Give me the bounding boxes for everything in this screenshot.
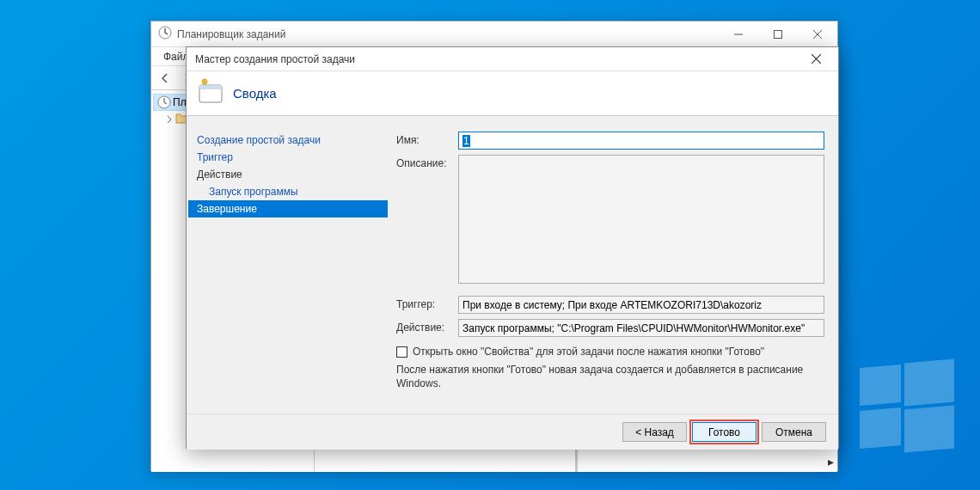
main-titlebar[interactable]: Планировщик заданий bbox=[151, 21, 837, 47]
open-properties-checkbox[interactable] bbox=[396, 346, 407, 358]
wizard-step-icon bbox=[197, 78, 224, 108]
wizard-title: Мастер создания простой задачи bbox=[195, 53, 799, 65]
wizard-footer: < Назад Готово Отмена bbox=[187, 413, 838, 450]
step-finish[interactable]: Завершение bbox=[188, 200, 388, 217]
step-start-program[interactable]: Запуск программы bbox=[188, 183, 388, 200]
main-window-title: Планировщик заданий bbox=[177, 28, 719, 40]
name-input-value: 1 bbox=[462, 135, 470, 147]
wizard-titlebar[interactable]: Мастер создания простой задачи bbox=[187, 47, 838, 71]
name-label: Имя: bbox=[396, 132, 458, 146]
back-button[interactable]: < Назад bbox=[622, 422, 687, 442]
step-trigger[interactable]: Триггер bbox=[188, 149, 388, 166]
action-value bbox=[458, 319, 824, 337]
task-scheduler-icon bbox=[157, 95, 171, 109]
trigger-value bbox=[458, 296, 824, 314]
expand-arrow-icon[interactable]: ▸ bbox=[828, 455, 834, 469]
step-create-task[interactable]: Создание простой задачи bbox=[188, 132, 388, 149]
open-properties-label: Открыть окно "Свойства" для этой задачи … bbox=[413, 346, 764, 358]
wizard-step-list: Создание простой задачи Триггер Действие… bbox=[187, 116, 389, 413]
chevron-right-icon bbox=[165, 114, 174, 123]
description-label: Описание: bbox=[396, 155, 458, 169]
trigger-label: Триггер: bbox=[396, 296, 458, 310]
step-action[interactable]: Действие bbox=[188, 166, 388, 183]
desktop-windows-logo bbox=[860, 361, 954, 456]
wizard-heading: Сводка bbox=[233, 86, 277, 101]
description-textarea[interactable] bbox=[458, 155, 824, 284]
create-basic-task-wizard: Мастер создания простой задачи Сводка Со… bbox=[186, 46, 839, 449]
svg-rect-1 bbox=[775, 30, 782, 38]
action-label: Действие: bbox=[396, 319, 458, 334]
wizard-header: Сводка bbox=[187, 71, 838, 116]
cancel-button[interactable]: Отмена bbox=[762, 422, 826, 442]
close-button[interactable] bbox=[798, 21, 837, 47]
task-scheduler-icon bbox=[158, 26, 172, 42]
minimize-button[interactable] bbox=[719, 21, 758, 47]
open-properties-checkbox-row[interactable]: Открыть окно "Свойства" для этой задачи … bbox=[396, 346, 824, 358]
finish-button[interactable]: Готово bbox=[692, 422, 756, 442]
close-button[interactable] bbox=[799, 47, 833, 71]
maximize-button[interactable] bbox=[758, 21, 798, 47]
wizard-form: Имя: 1 Описание: Триггер: Действие: Откр… bbox=[389, 116, 838, 413]
back-button[interactable] bbox=[155, 68, 175, 89]
svg-rect-4 bbox=[199, 85, 222, 89]
wizard-info-text: После нажатия кнопки "Готово" новая зада… bbox=[396, 363, 824, 390]
name-input[interactable]: 1 bbox=[458, 132, 824, 150]
